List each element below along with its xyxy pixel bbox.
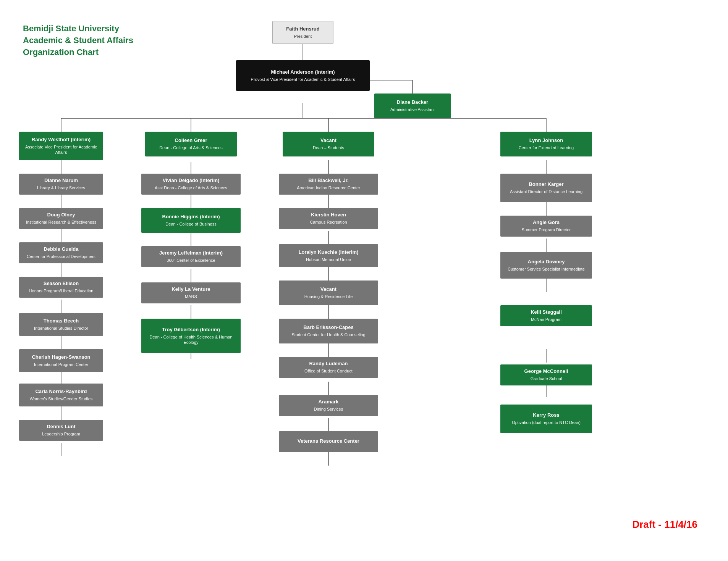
header-line2: Academic & Student Affairs (23, 35, 133, 47)
header-line1: Bemidji State University (23, 23, 133, 35)
loralyn-name: Loralyn Kuechle (Interim) (299, 249, 359, 256)
kelli-name: Kelli Steggall (531, 309, 562, 316)
season-title: Honors Program/Liberal Education (29, 288, 94, 293)
aramark-name: Aramark (319, 399, 339, 405)
barb-name: Barb Eriksson-Capes (303, 324, 354, 331)
dennis-box: Dennis Lunt Leadership Program (19, 420, 103, 441)
troy-box: Troy Gilbertson (Interim) Dean - College… (141, 319, 241, 353)
cherish-name: Cherish Hagen-Swanson (32, 354, 90, 361)
angela-box: Angela Downey Customer Service Specialis… (500, 252, 592, 279)
vivian-box: Vivian Delgado (Interim) Asst Dean - Col… (141, 174, 241, 195)
vivian-title: Asst Dean - College of Arts & Sciences (155, 185, 227, 190)
vacant-housing-title: Housing & Residence Life (304, 294, 353, 299)
dennis-title: Leadership Program (42, 431, 80, 437)
bill-box: Bill Blackwell, Jr. American Indian Reso… (279, 174, 378, 195)
kelli-title: McNair Program (531, 317, 561, 322)
lynn-title: Center for Extended Learning (519, 145, 574, 150)
angie-title: Summer Program Director (522, 227, 571, 232)
angela-name: Angela Downey (528, 259, 565, 265)
vacant-dean-name: Vacant (320, 137, 336, 144)
veterans-name: Veterans Resource Center (298, 438, 359, 445)
randy-ludeman-name: Randy Ludeman (309, 361, 348, 367)
kerry-box: Kerry Ross Optivation (dual report to NT… (500, 405, 592, 433)
loralyn-box: Loralyn Kuechle (Interim) Hobson Memoria… (279, 244, 378, 267)
doug-box: Doug Olney Institutional Research & Effe… (19, 208, 103, 229)
randy-box: Randy Westhoff (Interim) Associate Vice … (19, 132, 103, 160)
dianne-narum-box: Dianne Narum Library & Library Services (19, 174, 103, 195)
cherish-title: International Program Center (34, 362, 88, 367)
bonnie-name: Bonnie Higgins (Interim) (162, 214, 220, 220)
colleen-name: Colleen Greer (175, 137, 207, 144)
president-title: President (294, 34, 312, 39)
debbie-title: Center for Professional Development (27, 254, 95, 259)
season-box: Season Ellison Honors Program/Liberal Ed… (19, 277, 103, 298)
carla-name: Carla Norris-Raynbird (35, 389, 87, 395)
randy-title: Associate Vice President for Academic Af… (23, 144, 99, 155)
troy-name: Troy Gilbertson (Interim) (162, 327, 220, 333)
angela-title: Customer Service Specialist Intermediate (508, 266, 585, 272)
kelli-box: Kelli Steggall McNair Program (500, 305, 592, 326)
george-title: Graduate School (531, 376, 562, 381)
thomas-title: International Studies Director (34, 326, 88, 331)
george-box: George McConnell Graduate School (500, 364, 592, 385)
aramark-box: Aramark Dining Services (279, 395, 378, 416)
barb-title: Student Center for Health & Counseling (291, 332, 365, 337)
vacant-housing-box: Vacant Housing & Residence Life (279, 280, 378, 305)
randy-ludeman-title: Office of Student Conduct (304, 368, 353, 374)
jeremy-box: Jeremy Leffelman (Interim) 360° Center o… (141, 246, 241, 267)
colleen-title: Dean - College of Arts & Sciences (159, 145, 223, 150)
bonner-box: Bonner Karger Assistant Director of Dist… (500, 174, 592, 202)
provost-name: Michael Anderson (Interim) (271, 69, 335, 76)
vacant-dean-title: Dean – Students (313, 145, 344, 150)
bonnie-title: Dean - College of Business (165, 221, 216, 227)
dianne-narum-name: Dianne Narum (44, 177, 78, 184)
vivian-name: Vivian Delgado (Interim) (163, 177, 220, 184)
loralyn-title: Hobson Memorial Union (306, 257, 351, 262)
cherish-box: Cherish Hagen-Swanson International Prog… (19, 349, 103, 372)
president-box: Faith Hensrud President (272, 21, 333, 44)
colleen-box: Colleen Greer Dean - College of Arts & S… (145, 132, 237, 156)
vacant-dean-box: Vacant Dean – Students (283, 132, 374, 156)
thomas-box: Thomas Beech International Studies Direc… (19, 313, 103, 336)
bonner-name: Bonner Karger (529, 181, 563, 188)
president-name: Faith Hensrud (286, 26, 319, 32)
dianne-narum-title: Library & Library Services (37, 185, 85, 190)
lynn-box: Lynn Johnson Center for Extended Learnin… (500, 132, 592, 156)
randy-name: Randy Westhoff (Interim) (32, 137, 91, 143)
kerry-title: Optivation (dual report to NTC Dean) (512, 420, 581, 425)
season-name: Season Ellison (44, 280, 79, 287)
bill-title: American Indian Resource Center (297, 185, 360, 190)
bonner-title: Assistant Director of Distance Learning (510, 189, 582, 194)
diane-name: Diane Backer (397, 99, 428, 106)
doug-name: Doug Olney (47, 212, 75, 218)
doug-title: Institutional Research & Effectiveness (26, 219, 96, 225)
draft-label: Draft - 11/4/16 (632, 519, 697, 530)
jeremy-title: 360° Center of Excellence (167, 258, 215, 263)
angie-name: Angie Gora (533, 219, 560, 226)
kelly-box: Kelly La Venture MARS (141, 282, 241, 303)
kelly-name: Kelly La Venture (171, 286, 210, 293)
diane-title: Administrative Assistant (390, 107, 435, 112)
kelly-title: MARS (185, 294, 197, 299)
thomas-name: Thomas Beech (44, 318, 79, 324)
carla-box: Carla Norris-Raynbird Women's Studies/Ge… (19, 384, 103, 406)
org-header: Bemidji State University Academic & Stud… (23, 23, 133, 58)
kerry-name: Kerry Ross (533, 412, 559, 419)
page: Bemidji State University Academic & Stud… (0, 0, 728, 561)
aramark-title: Dining Services (314, 406, 343, 412)
jeremy-name: Jeremy Leffelman (Interim) (159, 250, 223, 256)
angie-box: Angie Gora Summer Program Director (500, 216, 592, 237)
provost-title: Provost & Vice President for Academic & … (251, 77, 355, 82)
carla-title: Women's Studies/Gender Studies (30, 396, 93, 401)
dennis-name: Dennis Lunt (47, 424, 75, 430)
vacant-housing-name: Vacant (320, 286, 336, 293)
bill-name: Bill Blackwell, Jr. (308, 177, 349, 184)
header-line3: Organization Chart (23, 47, 133, 58)
troy-title: Dean - College of Health Sciences & Huma… (145, 334, 237, 345)
randy-ludeman-box: Randy Ludeman Office of Student Conduct (279, 357, 378, 378)
provost-box: Michael Anderson (Interim) Provost & Vic… (236, 60, 370, 91)
kierstin-title: Campus Recreation (310, 219, 347, 225)
george-name: George McConnell (524, 368, 568, 375)
kierstin-name: Kierstin Hoven (311, 212, 346, 218)
bonnie-box: Bonnie Higgins (Interim) Dean - College … (141, 208, 241, 233)
